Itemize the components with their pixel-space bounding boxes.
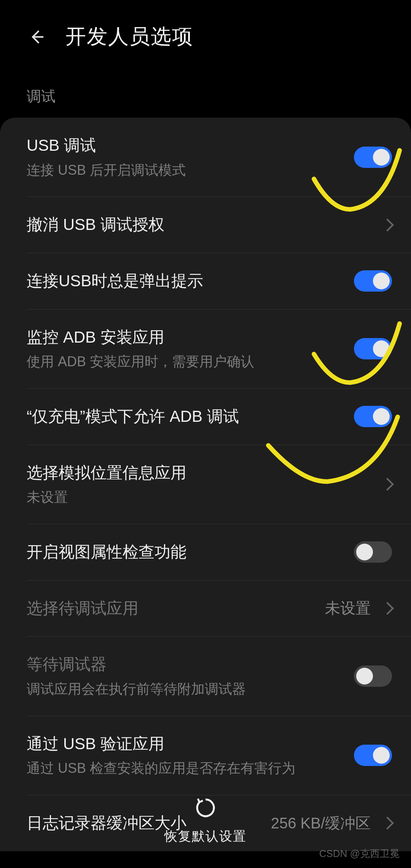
row-usb-prompt[interactable]: 连接USB时总是弹出提示 xyxy=(27,253,411,310)
restore-defaults-button[interactable]: 恢复默认设置 xyxy=(0,796,411,845)
settings-card: USB 调试 连接 USB 后开启调试模式 撤消 USB 调试授权 连接USB时… xyxy=(0,118,411,851)
row-title: 监控 ADB 安装应用 xyxy=(27,327,354,348)
toggle-usb-prompt[interactable] xyxy=(354,270,392,292)
chevron-right-icon xyxy=(381,219,394,231)
toggle-verify-usb[interactable] xyxy=(354,745,392,766)
row-title: 连接USB时总是弹出提示 xyxy=(27,270,354,292)
restore-icon xyxy=(194,796,217,821)
row-title: 撤消 USB 调试授权 xyxy=(27,214,378,236)
row-sub: 未设置 xyxy=(27,488,378,507)
row-title: “仅充电”模式下允许 ADB 调试 xyxy=(27,406,354,428)
row-title: 开启视图属性检查功能 xyxy=(27,541,354,563)
row-mock-location[interactable]: 选择模拟位置信息应用 未设置 xyxy=(27,445,411,524)
row-title: 通过 USB 验证应用 xyxy=(27,733,354,755)
section-label-debug: 调试 xyxy=(0,66,411,118)
page-title: 开发人员选项 xyxy=(65,23,193,51)
row-revoke-usb[interactable]: 撤消 USB 调试授权 xyxy=(27,197,411,253)
row-adb-install[interactable]: 监控 ADB 安装应用 使用 ADB 安装应用时，需要用户确认 xyxy=(27,310,411,389)
chevron-right-icon xyxy=(381,478,394,491)
footer-label: 恢复默认设置 xyxy=(164,828,247,845)
row-sub: 通过 USB 检查安装的应用是否存在有害行为 xyxy=(27,759,354,778)
row-sub: 使用 ADB 安装应用时，需要用户确认 xyxy=(27,353,354,371)
toggle-wait-debugger[interactable] xyxy=(354,665,392,687)
toggle-usb-debug[interactable] xyxy=(354,147,392,168)
row-verify-usb[interactable]: 通过 USB 验证应用 通过 USB 检查安装的应用是否存在有害行为 xyxy=(27,716,411,795)
row-title: 选择模拟位置信息应用 xyxy=(27,462,378,484)
chevron-right-icon xyxy=(381,602,394,615)
row-wait-debugger[interactable]: 等待调试器 调试应用会在执行前等待附加调试器 xyxy=(27,637,411,716)
toggle-adb-install[interactable] xyxy=(354,338,392,359)
row-value: 未设置 xyxy=(325,598,371,619)
row-usb-debug[interactable]: USB 调试 连接 USB 后开启调试模式 xyxy=(27,118,411,197)
row-title: 等待调试器 xyxy=(27,654,354,675)
row-charge-adb[interactable]: “仅充电”模式下允许 ADB 调试 xyxy=(27,389,411,445)
row-view-attr[interactable]: 开启视图属性检查功能 xyxy=(27,524,411,581)
row-sub: 调试应用会在执行前等待附加调试器 xyxy=(27,680,354,699)
toggle-charge-adb[interactable] xyxy=(354,406,392,427)
row-select-debug-app[interactable]: 选择待调试应用 未设置 xyxy=(27,581,411,637)
watermark: CSDN @克西卫冕 xyxy=(319,847,400,860)
row-sub: 连接 USB 后开启调试模式 xyxy=(27,161,354,180)
back-button[interactable] xyxy=(27,27,46,47)
toggle-view-attr[interactable] xyxy=(354,541,392,563)
row-title: USB 调试 xyxy=(27,135,354,156)
row-title: 选择待调试应用 xyxy=(27,598,325,619)
